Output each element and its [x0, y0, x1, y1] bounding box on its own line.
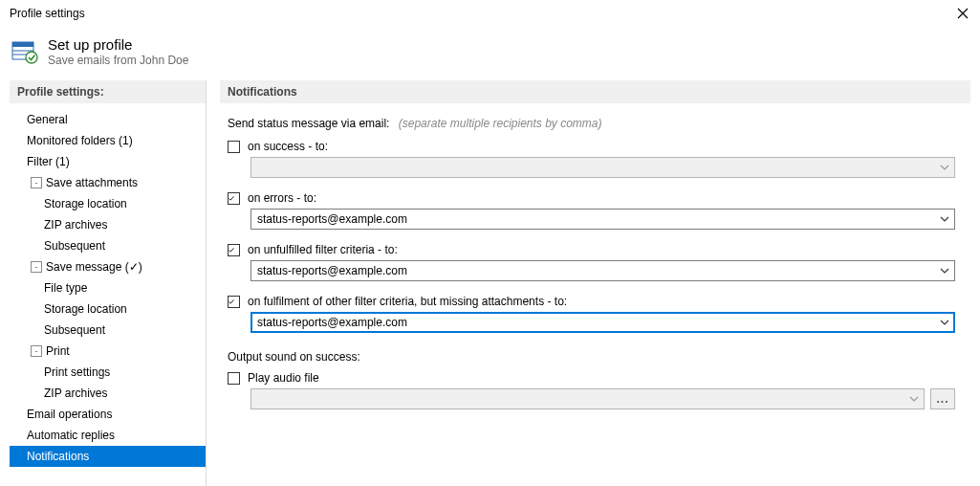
- label-play-audio: Play audio file: [248, 371, 319, 385]
- sidebar-item-notifications[interactable]: Notifications: [10, 446, 206, 467]
- row-on-unfulfilled: on unfulfilled filter criteria - to:: [228, 243, 955, 256]
- row-on-success: on success - to:: [228, 140, 955, 153]
- label-on-success: on success - to:: [248, 140, 328, 153]
- input-on-unfulfilled[interactable]: [250, 260, 955, 281]
- browse-button[interactable]: ...: [930, 388, 955, 409]
- sidebar-item-subsequent-1[interactable]: Subsequent: [10, 235, 206, 256]
- sidebar-item-label: Save attachments: [46, 176, 138, 189]
- main-panel: Notifications Send status message via em…: [220, 80, 970, 486]
- sidebar-item-label: General: [27, 113, 68, 126]
- checkbox-on-success[interactable]: [228, 141, 240, 153]
- sidebar-item-label: Subsequent: [44, 239, 105, 253]
- combo-on-missing-attachments[interactable]: [250, 312, 955, 333]
- combo-on-errors[interactable]: [250, 209, 955, 230]
- sidebar-item-label: ZIP archives: [44, 218, 107, 232]
- sidebar-item-print-settings[interactable]: Print settings: [10, 362, 206, 383]
- sidebar-item-filter[interactable]: Filter (1): [10, 151, 206, 172]
- checkbox-on-unfulfilled[interactable]: [228, 244, 240, 256]
- sidebar-item-print[interactable]: -Print: [10, 341, 206, 362]
- sidebar-item-save-message[interactable]: -Save message (✓): [10, 256, 206, 277]
- sidebar-item-zip-archives-1[interactable]: ZIP archives: [10, 214, 206, 235]
- collapse-icon[interactable]: -: [31, 261, 42, 273]
- row-play-audio: Play audio file: [228, 371, 955, 385]
- sidebar-item-file-type[interactable]: File type: [10, 277, 206, 298]
- sound-heading: Output sound on success:: [228, 350, 955, 364]
- sidebar-item-label: Notifications: [27, 450, 89, 463]
- sidebar-item-label: File type: [44, 281, 87, 295]
- chevron-down-icon: [935, 158, 954, 177]
- sidebar-item-label: Save message (✓): [46, 260, 142, 274]
- lead-hint: (separate multiple recipients by comma): [399, 117, 602, 130]
- header-subtitle: Save emails from John Doe: [48, 54, 188, 67]
- sidebar-item-label: Subsequent: [44, 323, 105, 337]
- sidebar-item-email-operations[interactable]: Email operations: [10, 404, 206, 425]
- checkbox-on-errors[interactable]: [228, 192, 240, 205]
- sidebar-title: Profile settings:: [10, 80, 206, 103]
- sidebar-item-label: Filter (1): [27, 155, 70, 168]
- sidebar-item-subsequent-2[interactable]: Subsequent: [10, 320, 206, 341]
- header-title: Set up profile: [48, 36, 188, 54]
- sidebar-item-label: Print settings: [44, 365, 110, 379]
- sidebar-item-label: Automatic replies: [27, 429, 115, 442]
- row-audio-file: ...: [250, 388, 955, 409]
- main-title: Notifications: [220, 80, 970, 103]
- label-on-errors: on errors - to:: [248, 191, 316, 205]
- checkbox-on-missing-attachments[interactable]: [228, 296, 240, 308]
- sidebar-item-monitored-folders[interactable]: Monitored folders (1): [10, 130, 206, 151]
- close-icon[interactable]: [953, 4, 972, 23]
- sidebar-item-general[interactable]: General: [10, 109, 206, 130]
- lead-row: Send status message via email: (separate…: [228, 117, 955, 130]
- combo-on-success: [250, 157, 955, 178]
- chevron-down-icon: [904, 389, 924, 409]
- row-on-missing-attachments: on fulfilment of other filter criteria, …: [228, 295, 955, 308]
- chevron-down-icon[interactable]: [935, 210, 954, 229]
- collapse-icon[interactable]: -: [31, 177, 42, 188]
- label-on-unfulfilled: on unfulfilled filter criteria - to:: [248, 243, 398, 256]
- input-on-errors[interactable]: [250, 209, 955, 230]
- sidebar: Profile settings: General Monitored fold…: [10, 80, 207, 486]
- input-on-missing-attachments[interactable]: [250, 312, 955, 333]
- sidebar-item-zip-archives-2[interactable]: ZIP archives: [10, 383, 206, 404]
- sidebar-item-label: Storage location: [44, 197, 127, 210]
- combo-on-unfulfilled[interactable]: [250, 260, 955, 281]
- dialog-header: Set up profile Save emails from John Doe: [0, 27, 980, 73]
- chevron-down-icon[interactable]: [935, 313, 954, 332]
- chevron-down-icon[interactable]: [935, 261, 954, 280]
- checkbox-play-audio[interactable]: [228, 372, 240, 385]
- svg-rect-1: [12, 42, 33, 47]
- sidebar-item-label: Storage location: [44, 302, 127, 316]
- sidebar-tree: General Monitored folders (1) Filter (1)…: [10, 103, 206, 486]
- window-title: Profile settings: [10, 7, 85, 20]
- lead-label: Send status message via email:: [228, 117, 389, 130]
- sidebar-item-storage-location-2[interactable]: Storage location: [10, 298, 206, 320]
- sidebar-item-label: ZIP archives: [44, 387, 107, 400]
- combo-audio-file: [250, 388, 925, 409]
- svg-point-4: [26, 52, 37, 63]
- titlebar: Profile settings: [0, 0, 980, 27]
- sidebar-item-label: Email operations: [27, 408, 112, 421]
- sidebar-item-save-attachments[interactable]: -Save attachments: [10, 172, 206, 193]
- profile-icon: [11, 38, 38, 65]
- sidebar-item-label: Monitored folders (1): [27, 134, 133, 147]
- sidebar-item-label: Print: [46, 344, 70, 358]
- sidebar-item-storage-location-1[interactable]: Storage location: [10, 193, 206, 214]
- sidebar-item-automatic-replies[interactable]: Automatic replies: [10, 425, 206, 446]
- collapse-icon[interactable]: -: [31, 345, 42, 357]
- input-audio-file: [250, 388, 925, 409]
- input-on-success: [250, 157, 955, 178]
- row-on-errors: on errors - to:: [228, 191, 955, 205]
- label-on-missing-attachments: on fulfilment of other filter criteria, …: [248, 295, 567, 308]
